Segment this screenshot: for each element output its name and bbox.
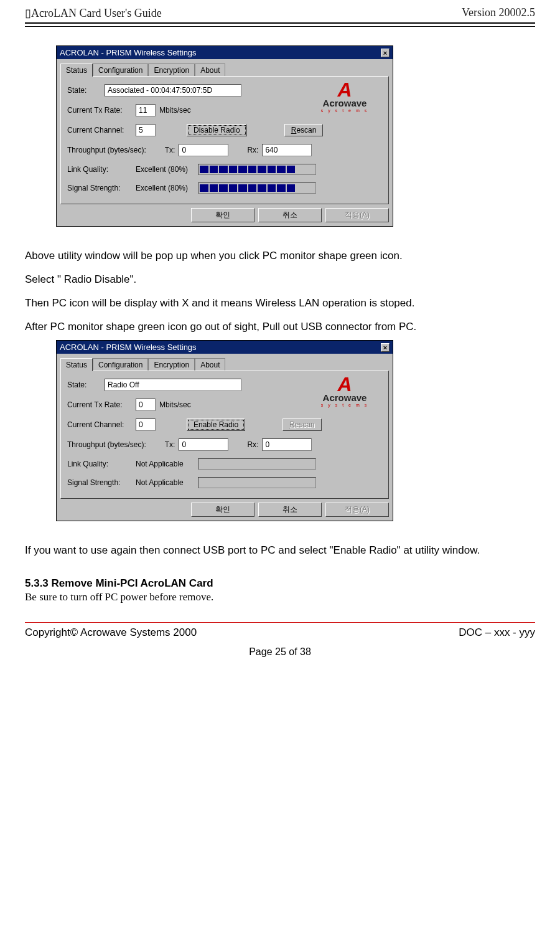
dialog-2: ACROLAN - PRISM Wireless Settings × Stat… [56, 340, 393, 521]
meter-segment [210, 184, 218, 192]
ok-button[interactable]: 확인 [191, 208, 254, 222]
tx-field[interactable]: 0 [179, 144, 228, 156]
dialog-buttons: 확인 취소 적용(A) [60, 208, 389, 222]
apply-button[interactable]: 적용(A) [325, 208, 389, 222]
meter-segment [296, 166, 305, 173]
dialog-1: ACROLAN - PRISM Wireless Settings × Stat… [56, 45, 393, 227]
link-value: Excellent (80%) [136, 165, 198, 174]
logo: A Acrowave s y s t e m s [314, 376, 376, 407]
tab-status[interactable]: Status [60, 64, 93, 77]
disable-radio-button[interactable]: Disable Radio [187, 124, 247, 136]
link-value: Not Applicable [136, 460, 198, 468]
state-field[interactable]: Associated - 00:04:47:50:07:5D [105, 84, 241, 97]
body-text-1: Above utility window will be pop up when… [25, 245, 535, 338]
channel-field[interactable]: 5 [136, 124, 156, 136]
txrate-unit: Mbits/sec [159, 106, 191, 115]
para-4: After PC monitor shape green icon go out… [25, 316, 535, 338]
apply-button[interactable]: 적용(A) [325, 503, 389, 517]
dialog-title: ACROLAN - PRISM Wireless Settings [60, 48, 197, 57]
rx-field[interactable]: 0 [262, 438, 312, 451]
tab-configuration[interactable]: Configuration [93, 358, 148, 371]
row-throughput: Throughput (bytes/sec): Tx: 0 Rx: 640 [67, 144, 382, 156]
footer-row: Copyright© Acrowave Systems 2000 DOC – x… [25, 623, 535, 639]
body-text-2: If you want to use again then connect US… [25, 540, 535, 561]
close-icon[interactable]: × [381, 343, 390, 352]
link-label: Link Quality: [67, 165, 136, 174]
meter-segment [268, 166, 276, 173]
tx-label: Tx: [165, 146, 175, 154]
txrate-label: Current Tx Rate: [67, 106, 136, 115]
footer-left: Copyright© Acrowave Systems 2000 [25, 626, 197, 639]
ok-button[interactable]: 확인 [191, 503, 254, 517]
row-link: Link Quality: Not Applicable [67, 458, 382, 470]
meter-segment [238, 184, 247, 192]
meter-segment [277, 184, 286, 192]
dialog-buttons: 확인 취소 적용(A) [60, 503, 389, 517]
link-meter [198, 164, 316, 175]
meter-segment [219, 166, 228, 173]
header-left: ▯AcroLAN Card User's Guide [25, 6, 162, 20]
meter-segment [229, 184, 238, 192]
section-note: Be sure to turn off PC power before remo… [25, 591, 535, 603]
enable-radio-button[interactable]: Enable Radio [187, 418, 245, 431]
dialog-title-bar: ACROLAN - PRISM Wireless Settings × [57, 341, 393, 354]
header-right: Version 20002.5 [462, 6, 535, 20]
tab-panel-status: A Acrowave s y s t e m s State: Associat… [60, 76, 389, 204]
page-header: ▯AcroLAN Card User's Guide Version 20002… [25, 6, 535, 22]
throughput-label: Throughput (bytes/sec): [67, 146, 146, 154]
rx-field[interactable]: 640 [262, 144, 312, 156]
meter-segment [258, 166, 266, 173]
para-2: Select " Radio Disable". [25, 269, 535, 290]
footer-right: DOC – xxx - yyy [459, 626, 535, 639]
meter-segment [248, 184, 257, 192]
throughput-label: Throughput (bytes/sec): [67, 440, 146, 449]
state-label: State: [67, 380, 105, 389]
meter-segment [306, 166, 315, 173]
tab-about[interactable]: About [195, 358, 225, 371]
meter-segment [200, 166, 208, 173]
meter-segment [229, 166, 238, 173]
dialog-title: ACROLAN - PRISM Wireless Settings [60, 343, 197, 352]
meter-segment [268, 184, 276, 192]
rescan-button[interactable]: Rescan [282, 418, 322, 431]
meter-segment [219, 184, 228, 192]
page: ▯AcroLAN Card User's Guide Version 20002… [0, 0, 560, 670]
meter-segment [287, 166, 296, 173]
close-icon[interactable]: × [381, 49, 390, 57]
dialog-body: Status Configuration Encryption About A … [57, 354, 393, 521]
tab-encryption[interactable]: Encryption [148, 358, 195, 371]
channel-label: Current Channel: [67, 420, 136, 429]
tab-configuration[interactable]: Configuration [93, 64, 148, 77]
page-number: Page 25 of 38 [25, 646, 535, 658]
tab-about[interactable]: About [195, 64, 225, 77]
row-channel: Current Channel: 5 Disable Radio Rescan [67, 124, 382, 136]
rx-label: Rx: [247, 440, 258, 449]
para-3: Then PC icon will be display with X and … [25, 293, 535, 314]
tab-status[interactable]: Status [60, 358, 93, 371]
tx-field[interactable]: 0 [179, 438, 228, 451]
dialog-title-bar: ACROLAN - PRISM Wireless Settings × [57, 46, 393, 59]
logo-name: Acrowave [314, 98, 376, 108]
cancel-button[interactable]: 취소 [258, 503, 322, 517]
meter-segment [277, 166, 286, 173]
dialog-body: Status Configuration Encryption About A … [57, 59, 393, 226]
txrate-field[interactable]: 0 [136, 399, 156, 411]
meter-segment [306, 184, 315, 192]
rescan-button[interactable]: Rescan [284, 124, 324, 136]
tab-row: Status Configuration Encryption About [60, 357, 389, 371]
para-5: If you want to use again then connect US… [25, 540, 535, 561]
logo-mark-icon: A [314, 82, 376, 98]
txrate-field[interactable]: 11 [136, 104, 156, 116]
tab-row: Status Configuration Encryption About [60, 63, 389, 76]
rx-label: Rx: [247, 146, 258, 154]
tab-encryption[interactable]: Encryption [148, 64, 195, 77]
channel-field[interactable]: 0 [136, 418, 156, 431]
cancel-button[interactable]: 취소 [258, 208, 322, 222]
meter-segment [296, 184, 305, 192]
link-meter [198, 458, 316, 470]
signal-value: Excellent (80%) [136, 184, 198, 192]
state-field[interactable]: Radio Off [105, 379, 241, 391]
channel-label: Current Channel: [67, 126, 136, 135]
logo: A Acrowave s y s t e m s [314, 82, 376, 113]
logo-mark-icon: A [314, 376, 376, 392]
